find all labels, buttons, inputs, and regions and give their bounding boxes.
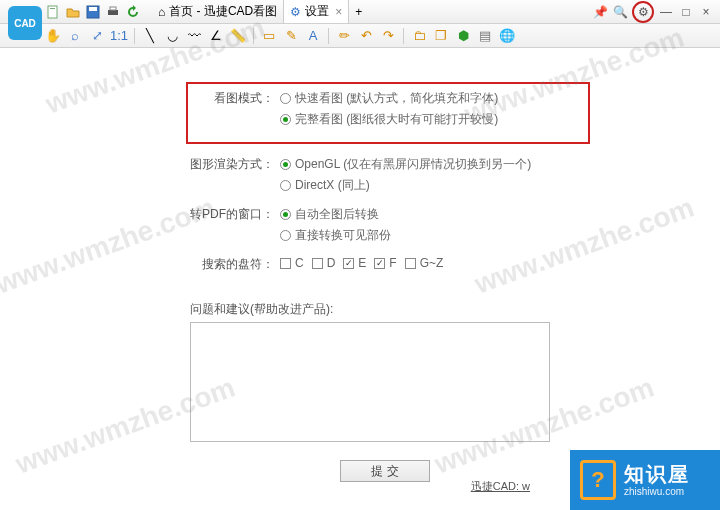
tab-close-icon[interactable]: × [335, 5, 342, 19]
polyline-icon[interactable]: 〰 [185, 27, 203, 45]
checkbox-icon [312, 258, 323, 269]
render-opengl[interactable]: OpenGL (仅在有黑屏闪屏情况切换到另一个) [280, 156, 531, 173]
refresh-icon[interactable] [124, 3, 142, 21]
add-tab-button[interactable]: + [349, 0, 368, 23]
redo-icon[interactable]: ↷ [379, 27, 397, 45]
radio-icon [280, 93, 291, 104]
pdf-visible[interactable]: 直接转换可见部份 [280, 227, 391, 244]
view-mode-full[interactable]: 完整看图 (图纸很大时有可能打开较慢) [280, 111, 498, 128]
drives-label: 搜索的盘符： [190, 256, 280, 273]
footer-link[interactable]: 迅捷CAD: w [471, 479, 530, 494]
zoom-fit-icon[interactable]: ⤢ [88, 27, 106, 45]
line-icon[interactable]: ╲ [141, 27, 159, 45]
cube-icon[interactable]: ⬢ [454, 27, 472, 45]
view-mode-label: 看图模式： [190, 90, 280, 107]
app-logo: CAD [8, 6, 42, 40]
checkbox-icon [280, 258, 291, 269]
arc-icon[interactable]: ◡ [163, 27, 181, 45]
radio-icon [280, 230, 291, 241]
brand-name: 知识屋 [624, 462, 690, 486]
settings-panel: 看图模式： 快速看图 (默认方式，简化填充和字体) 完整看图 (图纸很大时有可能… [0, 48, 720, 492]
svg-rect-3 [89, 7, 97, 11]
view-mode-highlight: 看图模式： 快速看图 (默认方式，简化填充和字体) 完整看图 (图纸很大时有可能… [186, 82, 590, 144]
tab-settings[interactable]: ⚙ 设置 × [283, 0, 349, 23]
new-doc-icon[interactable] [44, 3, 62, 21]
print-icon[interactable] [104, 3, 122, 21]
radio-icon [280, 114, 291, 125]
pin-icon[interactable]: 📌 [592, 4, 608, 20]
checkbox-icon [343, 258, 354, 269]
maximize-icon[interactable]: □ [678, 4, 694, 20]
hand-icon[interactable]: ✋ [44, 27, 62, 45]
submit-button[interactable]: 提 交 [340, 460, 430, 482]
radio-icon [280, 209, 291, 220]
drive-f[interactable]: F [374, 256, 396, 270]
search-icon[interactable]: 🔍 [612, 4, 628, 20]
brand-icon [580, 460, 616, 500]
sheets-icon[interactable]: ▤ [476, 27, 494, 45]
svg-rect-5 [110, 7, 116, 10]
svg-rect-0 [48, 6, 57, 18]
tab-settings-label: 设置 [305, 3, 329, 20]
open-icon[interactable] [64, 3, 82, 21]
drive-e[interactable]: E [343, 256, 366, 270]
brand-badge: 知识屋 zhishiwu.com [570, 450, 720, 510]
feedback-textarea[interactable] [190, 322, 550, 442]
render-mode-label: 图形渲染方式： [190, 156, 280, 173]
home-icon: ⌂ [158, 5, 165, 19]
drive-c[interactable]: C [280, 256, 304, 270]
ruler-icon[interactable]: 📏 [229, 27, 247, 45]
angle-icon[interactable]: ∠ [207, 27, 225, 45]
pdf-auto[interactable]: 自动全图后转换 [280, 206, 391, 223]
radio-icon [280, 159, 291, 170]
draw-icon[interactable]: ✏ [335, 27, 353, 45]
checkbox-icon [405, 258, 416, 269]
save-icon[interactable] [84, 3, 102, 21]
zoom-area-icon[interactable]: ⌕ [66, 27, 84, 45]
minimize-icon[interactable]: — [658, 4, 674, 20]
render-directx[interactable]: DirectX (同上) [280, 177, 531, 194]
note-icon[interactable]: ✎ [282, 27, 300, 45]
view-mode-fast[interactable]: 快速看图 (默认方式，简化填充和字体) [280, 90, 498, 107]
zoom-real-icon[interactable]: 1:1 [110, 27, 128, 45]
svg-rect-4 [108, 10, 118, 15]
rect-icon[interactable]: ▭ [260, 27, 278, 45]
brand-domain: zhishiwu.com [624, 486, 690, 498]
tab-home[interactable]: ⌂ 首页 - 迅捷CAD看图 [152, 0, 283, 23]
main-toolbar: ✋ ⌕ ⤢ 1:1 ╲ ◡ 〰 ∠ 📏 ▭ ✎ A ✏ ↶ ↷ 🗀 ❐ ⬢ ▤ … [0, 24, 720, 48]
gear-icon: ⚙ [290, 5, 301, 19]
pdf-window-label: 转PDF的窗口： [190, 206, 280, 223]
drive-d[interactable]: D [312, 256, 336, 270]
radio-icon [280, 180, 291, 191]
close-icon[interactable]: × [698, 4, 714, 20]
feedback-label: 问题和建议(帮助改进产品): [190, 301, 580, 318]
globe-icon[interactable]: 🌐 [498, 27, 516, 45]
drive-gz[interactable]: G~Z [405, 256, 444, 270]
text-icon[interactable]: A [304, 27, 322, 45]
tab-home-label: 首页 - 迅捷CAD看图 [169, 3, 277, 20]
folder-icon[interactable]: 🗀 [410, 27, 428, 45]
title-bar: ⌂ 首页 - 迅捷CAD看图 ⚙ 设置 × + 📌 🔍 ⚙ — □ × [0, 0, 720, 24]
settings-gear-icon[interactable]: ⚙ [632, 1, 654, 23]
undo-icon[interactable]: ↶ [357, 27, 375, 45]
layers-icon[interactable]: ❐ [432, 27, 450, 45]
checkbox-icon [374, 258, 385, 269]
svg-rect-1 [50, 8, 55, 9]
